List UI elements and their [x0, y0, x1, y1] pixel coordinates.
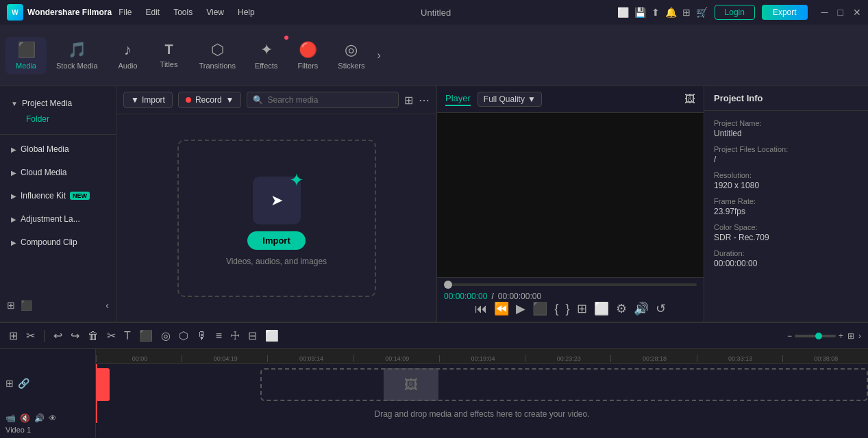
add-to-timeline-icon[interactable]: ⊞ [577, 301, 587, 316]
search-input[interactable] [267, 95, 393, 105]
tl-volume-tl-icon[interactable]: 🔊 [34, 413, 45, 423]
tl-link-icon[interactable]: 🔗 [18, 378, 29, 389]
sidebar-item-compound-clip[interactable]: ▶ Compound Clip [7, 235, 109, 250]
sidebar: ▼ Project Media Folder ▶ Global Media ▶ … [0, 86, 116, 322]
tl-redo[interactable]: ↪ [69, 327, 82, 344]
tl-tool-select[interactable]: ⊞ [7, 327, 20, 344]
save-icon[interactable]: 💾 [634, 7, 646, 18]
tl-add-track-icon[interactable]: ⊞ [5, 378, 14, 389]
import-button[interactable]: ▼ Import [123, 92, 173, 108]
timeline-main[interactable]: 00:00 00:04:19 00:09:14 00:14:09 00:19:0… [96, 349, 868, 438]
project-info-body: Project Name: Untitled Project Files Loc… [704, 111, 868, 276]
toolbar-item-stock-media[interactable]: 🎵 Stock Media [47, 37, 108, 74]
cart-icon[interactable]: 🛒 [696, 7, 708, 18]
new-badge: NEW [70, 192, 90, 200]
tl-mute-icon[interactable]: 🔇 [20, 413, 30, 423]
menu-file[interactable]: File [119, 8, 132, 17]
timeline-drop-zone[interactable] [260, 368, 868, 401]
sidebar-item-folder[interactable]: Folder [7, 111, 109, 127]
export-button[interactable]: Export [762, 5, 808, 20]
toolbar-item-stickers[interactable]: ◎ Stickers [328, 37, 374, 74]
step-back-icon[interactable]: ⏪ [494, 301, 509, 316]
timeline-mark-0: 00:00 [96, 355, 182, 362]
add-folder-icon[interactable]: ⊞ [7, 300, 15, 311]
add-media-icon[interactable]: ⬛ [21, 300, 32, 311]
notification-icon[interactable]: 🔔 [665, 7, 677, 18]
menu-view[interactable]: View [206, 8, 224, 17]
tl-split-screen[interactable]: ⊟ [246, 327, 259, 344]
player-tab[interactable]: Player [445, 93, 471, 106]
menu-tools[interactable]: Tools [173, 8, 193, 17]
screen-cast-icon[interactable]: ⬜ [617, 7, 629, 18]
effects-icon: ✦ [260, 41, 273, 59]
tl-cut[interactable]: ✂ [105, 327, 118, 344]
toolbar-item-media[interactable]: ⬛ Media [5, 37, 47, 74]
full-screen-icon[interactable]: ⬜ [594, 301, 609, 316]
login-button[interactable]: Login [715, 5, 755, 20]
tl-text[interactable]: T [122, 328, 133, 344]
zoom-plus-icon[interactable]: + [839, 331, 843, 341]
grid-icon[interactable]: ⊞ [682, 7, 691, 18]
sidebar-item-global-media[interactable]: ▶ Global Media [7, 142, 109, 157]
maximize-icon[interactable]: □ [838, 7, 843, 18]
quality-select[interactable]: Full Quality ▼ [478, 92, 542, 107]
tl-eye-icon[interactable]: 👁 [49, 413, 57, 423]
tl-divider [44, 330, 45, 342]
colorspace-label: Color Space: [714, 223, 858, 231]
toolbar-item-titles[interactable]: T Titles [149, 38, 190, 73]
sidebar-item-cloud-media[interactable]: ▶ Cloud Media [7, 165, 109, 180]
sidebar-item-project-media[interactable]: ▼ Project Media [7, 96, 109, 111]
volume-icon[interactable]: 🔊 [634, 301, 649, 316]
tl-speed[interactable]: ≡ [214, 328, 224, 344]
filmora-top-icon: ✦ [289, 170, 304, 191]
mark-out-icon[interactable]: } [566, 302, 570, 316]
tl-stabilize[interactable]: ◎ [159, 327, 173, 344]
mark-in-icon[interactable]: { [554, 302, 558, 316]
toolbar-item-audio[interactable]: ♪ Audio [108, 37, 149, 74]
tl-video-icon[interactable]: 📹 [5, 413, 16, 423]
upload-icon[interactable]: ⬆ [652, 7, 660, 18]
titlebar-right: ⬜ 💾 ⬆ 🔔 ⊞ 🛒 Login Export ─ □ ✕ [617, 5, 861, 20]
tl-more-options-icon[interactable]: › [858, 331, 861, 341]
minimize-icon[interactable]: ─ [821, 7, 828, 18]
player-image-icon[interactable]: 🖼 [684, 93, 695, 105]
sidebar-collapse-icon[interactable]: ‹ [106, 300, 109, 311]
import-area-button[interactable]: Import [247, 231, 305, 250]
progress-bar[interactable] [444, 283, 697, 286]
more-player-icon[interactable]: ↺ [656, 301, 666, 316]
tl-motion[interactable]: ☩ [228, 327, 242, 344]
more-options-icon[interactable]: ⋯ [419, 94, 430, 107]
toolbar-item-filters[interactable]: 🔴 Filters [287, 37, 328, 74]
tl-color[interactable]: ⬡ [177, 327, 190, 344]
tl-delete[interactable]: 🗑 [86, 328, 101, 344]
sidebar-item-influence-kit[interactable]: ▶ Influence Kit NEW [7, 188, 109, 203]
toolbar-item-transitions[interactable]: ⬡ Transitions [190, 37, 245, 74]
timeline-toolbar: ⊞ ✂ ↩ ↪ 🗑 ✂ T ⬛ ◎ ⬡ 🎙 ≡ ☩ ⊟ ⬜ − + ⊞ › [0, 323, 868, 349]
filter-icon[interactable]: ⊞ [404, 94, 413, 107]
close-icon[interactable]: ✕ [853, 7, 861, 18]
chevron-right-icon: ▶ [11, 169, 16, 177]
menu-edit[interactable]: Edit [145, 8, 160, 17]
toolbar-item-effects[interactable]: ✦ Effects [245, 37, 287, 74]
sidebar-global-media-label: Global Media [21, 144, 69, 154]
tl-voice[interactable]: 🎙 [195, 328, 210, 344]
search-box[interactable]: 🔍 [247, 92, 399, 108]
sidebar-item-adjustment-la[interactable]: ▶ Adjustment La... [7, 211, 109, 227]
toolbar-expand-icon[interactable]: › [377, 49, 380, 62]
player-screen [437, 113, 704, 277]
tl-tool-ripple[interactable]: ✂ [24, 327, 37, 344]
tl-more-icon[interactable]: ⊞ [847, 331, 854, 341]
rewind-icon[interactable]: ⏮ [475, 302, 487, 316]
timeline-mark-8: 00:38:08 [782, 355, 868, 362]
record-button[interactable]: Record ▼ [178, 92, 242, 108]
tl-crop[interactable]: ⬛ [137, 327, 155, 344]
zoom-thumb [815, 333, 822, 339]
settings-icon[interactable]: ⚙ [616, 301, 627, 316]
play-icon[interactable]: ▶ [516, 301, 525, 316]
zoom-minus-icon[interactable]: − [787, 331, 792, 341]
tl-ai-audio[interactable]: ⬜ [263, 327, 281, 344]
stop-icon[interactable]: ⬛ [532, 301, 547, 316]
tl-undo[interactable]: ↩ [51, 327, 64, 344]
zoom-slider[interactable] [795, 335, 836, 337]
menu-help[interactable]: Help [238, 8, 255, 17]
